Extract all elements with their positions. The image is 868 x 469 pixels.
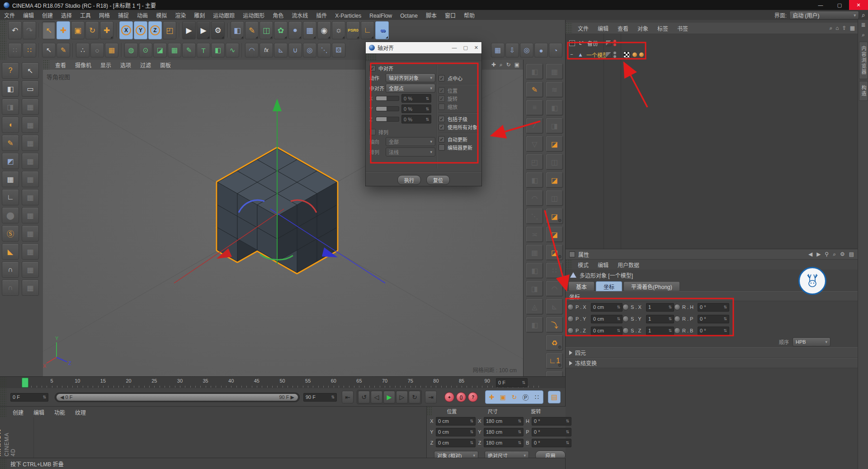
menu-item[interactable]: X-Particles (331, 13, 365, 19)
move-tool-icon[interactable]: ✚ (57, 21, 70, 39)
prev-key-button[interactable]: ↺ (358, 391, 370, 403)
target-rings-icon[interactable]: ◎ (520, 43, 533, 57)
collapse-icon[interactable]: − (569, 52, 574, 57)
texture-tag-icon[interactable] (623, 52, 630, 58)
bevel-icon[interactable]: ◪⚙ (546, 208, 563, 224)
goto-end-button[interactable]: ⇥ (425, 391, 437, 403)
axis-align-plugin-icon[interactable]: ●● (375, 21, 389, 39)
render-view-icon[interactable]: ▶ (182, 21, 196, 39)
percent-field[interactable]: 0 %⇅ (401, 94, 431, 103)
menu-item[interactable]: 流水线 (288, 13, 312, 19)
gear-icon[interactable]: ⚙ (840, 251, 845, 257)
selection-tag-icon[interactable] (639, 52, 644, 57)
floor-icon[interactable]: ▦ (303, 21, 316, 39)
next-key-button[interactable]: ↻ (409, 391, 420, 403)
cube-d-icon[interactable]: ◧ (526, 317, 543, 333)
menu-item[interactable]: 编辑 (19, 13, 38, 19)
array-icon[interactable]: ✿ (274, 21, 288, 39)
layer-square-icon[interactable] (605, 40, 612, 46)
grid-tool-icon-4[interactable]: ▦ (22, 153, 39, 169)
rotation-check[interactable]: ✓旋转 (439, 95, 479, 102)
keyframe-circle-icon[interactable] (674, 304, 680, 310)
goto-start-button[interactable]: ⇤ (342, 391, 354, 403)
camera-icon[interactable]: ◉ (317, 21, 331, 39)
array-cubes-icon[interactable]: ▦ (546, 63, 563, 80)
object-manager-menu-item[interactable]: 文件 (573, 24, 593, 32)
cup-icon[interactable]: ∪ (288, 43, 302, 57)
lock-z-axis-icon[interactable]: Z (148, 21, 162, 39)
attributes-menu-item[interactable]: 用户数据 (613, 261, 644, 269)
rotation-field[interactable]: 0 °⇅ (698, 327, 729, 335)
pen-cube-icon[interactable]: ✎ (182, 43, 196, 57)
measure-icon[interactable]: ⊾ (546, 298, 563, 315)
select-arrow-icon[interactable]: ↖ (22, 62, 39, 79)
search-side-icon[interactable]: ⌕ (858, 30, 868, 40)
menu-item[interactable]: 插件 (312, 13, 331, 19)
arrange-mode-select[interactable]: 法线▾ (386, 147, 435, 156)
paint-bucket-icon[interactable]: ◣ (2, 243, 19, 260)
rotation-field[interactable]: 0 °⇅ (698, 303, 729, 312)
material-menu-item[interactable]: 纹理 (70, 408, 91, 416)
sculpt-icon[interactable]: ◬ (526, 298, 543, 315)
key-position-icon[interactable]: ✚ (486, 391, 497, 403)
grid-tool-icon-8[interactable]: ▦ (22, 225, 39, 242)
maximize-button[interactable]: ▢ (830, 0, 849, 10)
pan-view-icon[interactable]: ✚ (491, 62, 496, 68)
center-align-select[interactable]: 全部点▾ (386, 84, 435, 93)
model-mode-icon[interactable]: ⊙ (139, 43, 152, 57)
menu-item[interactable]: 模拟 (152, 13, 171, 19)
y-percent-slider[interactable] (376, 106, 399, 111)
zoom-view-icon[interactable]: ⌕ (500, 62, 503, 68)
rotate-view-icon[interactable]: ↻ (506, 62, 511, 68)
timeline-playhead[interactable] (22, 378, 28, 388)
cube-grid-icon[interactable]: ▦ (168, 43, 181, 57)
render-settings-icon[interactable]: ⚙ (211, 21, 225, 39)
action-select[interactable]: 轴对齐到对象▾ (386, 73, 435, 82)
tab-basic[interactable]: 基本 (568, 281, 594, 291)
weld-grid-icon[interactable]: ▦ (526, 244, 543, 261)
menu-item[interactable]: 动画 (133, 13, 152, 19)
spline-select-icon[interactable]: ↖ (42, 43, 56, 57)
object-row-backup[interactable]: + L⁰ 备份 (566, 37, 858, 49)
object-manager-menu-item[interactable]: 对象 (633, 24, 653, 32)
execute-button[interactable]: 执行 (397, 175, 421, 185)
key-parameter-icon[interactable]: Ⓟ (520, 391, 531, 403)
last-tool-icon[interactable]: ✚ (100, 21, 113, 39)
search-icon[interactable]: ⌕ (862, 11, 865, 19)
spline-pen-icon[interactable]: ✎ (245, 21, 259, 39)
up-icon[interactable]: ⇧ (842, 25, 847, 31)
dialog-close-button[interactable]: ✕ (474, 45, 478, 51)
editor-update-check[interactable]: 编辑器更新 (439, 144, 479, 151)
position-value-field[interactable]: 0 cm⇅ (436, 428, 476, 436)
coord-system-icon[interactable]: ◰ (163, 21, 176, 39)
viewport-menu-item[interactable]: 查看 (51, 61, 71, 69)
dots-chain-icon[interactable]: ⋱ (317, 43, 331, 57)
keyframe-circle-icon[interactable] (567, 327, 574, 334)
axis-ruler-icon[interactable]: ⊾ (274, 43, 288, 57)
frame-end-field[interactable]: 90 F⇅ (303, 393, 337, 402)
order-select[interactable]: HPB▾ (793, 337, 830, 346)
snap-icon[interactable]: Ⓢ (2, 225, 19, 242)
forward-icon[interactable]: ▶ (816, 251, 821, 257)
points-mode-icon[interactable]: ∴ (76, 43, 90, 57)
key-scale-icon[interactable]: ▣ (498, 391, 508, 403)
menu-item[interactable]: 帮助 (460, 13, 479, 19)
magnet-lock-icon[interactable]: ∩ (2, 280, 19, 296)
reset-button[interactable]: 复位 (426, 175, 450, 185)
convert-icon[interactable]: ◧ (2, 81, 19, 97)
points-disabled-icon[interactable]: ∷ (8, 43, 22, 57)
group-quaternion[interactable]: 四元 (566, 347, 858, 358)
object-manager-handle[interactable] (566, 23, 572, 33)
keyframe-circle-icon[interactable] (623, 304, 629, 310)
polygons-mode-icon[interactable]: ▦ (105, 43, 118, 57)
arrange-check[interactable]: 排列 (369, 128, 435, 136)
attributes-menu-item[interactable]: 编辑 (593, 261, 613, 269)
line-cut-icon[interactable]: ∕ (526, 118, 543, 134)
object-manager-menu-item[interactable]: 编辑 (593, 24, 613, 32)
phong-tag-icon[interactable] (632, 52, 637, 57)
cube-stack-icon[interactable]: ▦ (2, 171, 19, 187)
menu-item[interactable]: 窗口 (441, 13, 460, 19)
cube-blue-icon[interactable]: ◩ (2, 153, 19, 169)
material-menu-item[interactable]: 功能 (49, 408, 70, 416)
triangulate-icon[interactable]: ▽ (526, 136, 543, 152)
